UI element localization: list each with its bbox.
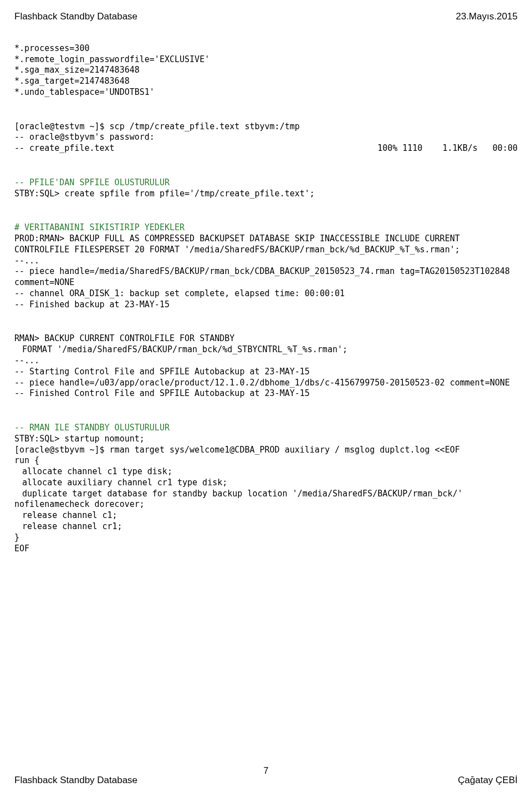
rman-standby-block: -- RMAN ILE STANDBY OLUSTURULUR STBY:SQL… [14,412,518,554]
page-number: 7 [264,766,269,776]
standby-ctrl-block: RMAN> BACKUP CURRENT CONTROLFILE FOR STA… [14,323,518,400]
footer-left: Flashback Standby Database [14,775,137,786]
header-date: 23.Mayıs.2015 [456,11,518,22]
init-params: *.processes=300 *.remote_login_passwordf… [14,32,518,98]
spfile-comment: -- PFILE'DAN SPFILE OLUSTURULUR [14,177,170,187]
spfile-block: -- PFILE'DAN SPFILE OLUSTURULUR STBY:SQL… [14,166,518,199]
backup-block: # VERITABANINI SIKISTIRIP YEDEKLER PROD:… [14,211,518,310]
header-title: Flashback Standby Database [14,11,137,22]
backup-comment: # VERITABANINI SIKISTIRIP YEDEKLER [14,222,185,232]
scp-block: [oracle@testvm ~]$ scp /tmp/create_pfile… [14,110,518,154]
rman-stby-comment: -- RMAN ILE STANDBY OLUSTURULUR [14,423,170,433]
footer-right: Çağatay ÇEBİ [458,775,518,786]
